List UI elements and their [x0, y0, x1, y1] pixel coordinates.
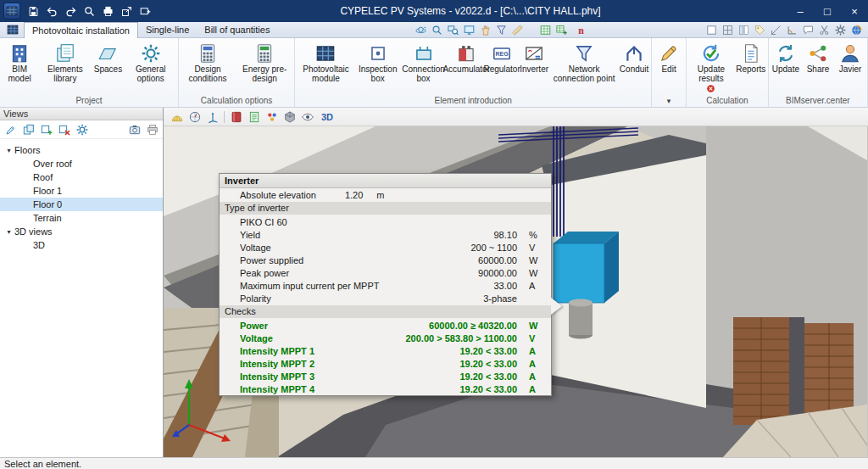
tag-icon[interactable]: [752, 23, 768, 37]
cut-icon[interactable]: [816, 23, 832, 37]
zoom-view-icon[interactable]: [429, 23, 445, 37]
tab-single-line[interactable]: Single-line: [138, 22, 197, 38]
person-icon: [839, 42, 861, 64]
view-edit-icon[interactable]: [2, 121, 19, 137]
cube-icon[interactable]: [281, 109, 298, 125]
print-gray-icon[interactable]: [143, 121, 161, 137]
ribbon-item-javier[interactable]: Javier: [834, 41, 866, 75]
calculation-outdated-icon: [706, 84, 715, 93]
view-new-icon[interactable]: [37, 121, 55, 137]
zoom-icon[interactable]: [80, 3, 98, 20]
grid2-icon[interactable]: [720, 23, 736, 37]
view-delete-icon[interactable]: [55, 121, 73, 137]
tooltip-row-label: Voltage: [240, 333, 405, 343]
tree-item-floors[interactable]: ▾Floors: [0, 143, 163, 157]
expand-arrow-icon[interactable]: ▾: [3, 147, 14, 154]
gear-dark-icon[interactable]: [832, 23, 849, 37]
ribbon-item-connection-box[interactable]: Connection box: [400, 41, 448, 84]
tree-item-terrain[interactable]: Terrain: [0, 211, 163, 225]
brand-n-icon[interactable]: n: [573, 23, 589, 37]
tooltip-row-value: 98.10: [493, 230, 517, 240]
funnel-icon[interactable]: [493, 23, 509, 37]
view-duplicate-icon[interactable]: [19, 121, 37, 137]
tree-item-floor-0[interactable]: Floor 0: [0, 198, 163, 211]
tooltip-row-label: PIKO CI 60: [240, 217, 517, 227]
book-red-icon[interactable]: [227, 109, 245, 125]
ribbon-item-network-connection-point[interactable]: Network connection point: [550, 41, 618, 84]
export-icon[interactable]: [117, 3, 136, 20]
ribbon-group-element-introduction: Photovoltaic moduleInspection boxConnect…: [295, 38, 652, 107]
globe-icon[interactable]: [849, 23, 865, 37]
ribbon-item-update-results[interactable]: Update results: [687, 41, 735, 94]
tab-bill-of-quantities[interactable]: Bill of quantities: [197, 22, 277, 38]
tree-item-label: Floor 0: [33, 199, 62, 209]
measure-icon[interactable]: [509, 23, 526, 37]
ribbon-item-label: Conduit: [620, 65, 648, 75]
redo-icon[interactable]: [61, 3, 80, 20]
monitor-icon[interactable]: [461, 23, 477, 37]
sheets-icon: [54, 42, 76, 64]
zoom-window-icon[interactable]: [445, 23, 461, 37]
3d-viewport[interactable]: 3D: [164, 108, 868, 457]
expand-arrow-icon[interactable]: ▾: [3, 228, 14, 236]
grid-green-icon[interactable]: [537, 23, 554, 37]
grid-add-icon[interactable]: [554, 23, 570, 37]
minimize-button[interactable]: –: [787, 0, 814, 22]
orbit-icon[interactable]: [413, 23, 429, 37]
chat-icon[interactable]: [800, 23, 816, 37]
tree-item-3d[interactable]: 3D: [0, 238, 163, 252]
tooltip-row-label: Intensity MPPT 2: [240, 359, 459, 369]
protractor-icon[interactable]: [168, 109, 186, 125]
maximize-button[interactable]: □: [814, 0, 841, 22]
ribbon-item-bim-model[interactable]: BIM model: [1, 41, 38, 84]
palette-icon[interactable]: [263, 109, 281, 125]
tab-photovoltaic-installation[interactable]: Photovoltaic installation: [24, 22, 138, 38]
ribbon-item-reports[interactable]: Reports: [735, 41, 767, 75]
tooltip-section-checks: Checks: [220, 305, 551, 318]
save-icon[interactable]: [24, 3, 42, 20]
ribbon-item-label: Connection box: [402, 65, 445, 83]
sheet-green-icon[interactable]: [245, 109, 263, 125]
axes3d-icon[interactable]: [203, 109, 221, 125]
ribbon-item-spaces[interactable]: Spaces: [92, 41, 124, 75]
calc-blue-icon: [197, 42, 219, 64]
camera-icon[interactable]: [125, 121, 143, 137]
tooltip-row-value: 90000.00: [478, 268, 517, 278]
hand-icon[interactable]: [477, 23, 493, 37]
undo-icon[interactable]: [42, 3, 61, 20]
ribbon-item-energy-pre-design[interactable]: Energy pre-design: [236, 41, 293, 84]
eye-icon[interactable]: [298, 109, 316, 125]
ribbon-item-label: Photovoltaic module: [298, 65, 353, 83]
ribbon-item-inverter[interactable]: Inverter: [518, 41, 550, 75]
columns-icon[interactable]: [736, 23, 752, 37]
ribbon-item-label: Elements library: [41, 65, 89, 83]
close-button[interactable]: ×: [841, 0, 868, 22]
print-icon[interactable]: [98, 3, 117, 20]
window-new-icon[interactable]: [136, 3, 154, 20]
spaces-icon: [97, 42, 119, 64]
tree-item-3d-views[interactable]: ▾3D views: [0, 225, 163, 238]
compass-icon[interactable]: [186, 109, 203, 125]
view-config-icon[interactable]: [73, 121, 91, 137]
ribbon-item-elements-library[interactable]: Elements library: [38, 41, 92, 84]
view-3d-label[interactable]: 3D: [321, 112, 333, 122]
ribbon-item-update[interactable]: Update: [770, 41, 802, 75]
ribbon-item-conduit[interactable]: Conduit: [618, 41, 650, 75]
ribbon-item-general-options[interactable]: General options: [124, 41, 176, 84]
ribbon-item-design-conditions[interactable]: Design conditions: [180, 41, 236, 84]
edit-dropdown-icon[interactable]: ▾: [667, 97, 671, 105]
angle-icon[interactable]: [784, 23, 800, 37]
square-icon[interactable]: [704, 23, 720, 37]
ribbon-item-inspection-box[interactable]: Inspection box: [356, 41, 400, 84]
ribbon-item-label: Reports: [736, 65, 765, 75]
ribbon-item-edit[interactable]: Edit: [653, 41, 685, 75]
ribbon-item-regulator[interactable]: REGRegulator: [486, 41, 518, 75]
ribbon-item-photovoltaic-module[interactable]: Photovoltaic module: [296, 41, 355, 84]
tree-item-floor-1[interactable]: Floor 1: [0, 184, 163, 198]
tree-item-roof[interactable]: Roof: [0, 170, 163, 184]
ribbon-item-accumulator[interactable]: Accumulator: [447, 41, 486, 75]
ribbon-item-share[interactable]: Share: [802, 41, 834, 75]
tree-item-over-roof[interactable]: Over roof: [0, 157, 163, 170]
dimension-icon[interactable]: [768, 23, 784, 37]
tooltip-row-label: Power supplied: [240, 255, 478, 265]
